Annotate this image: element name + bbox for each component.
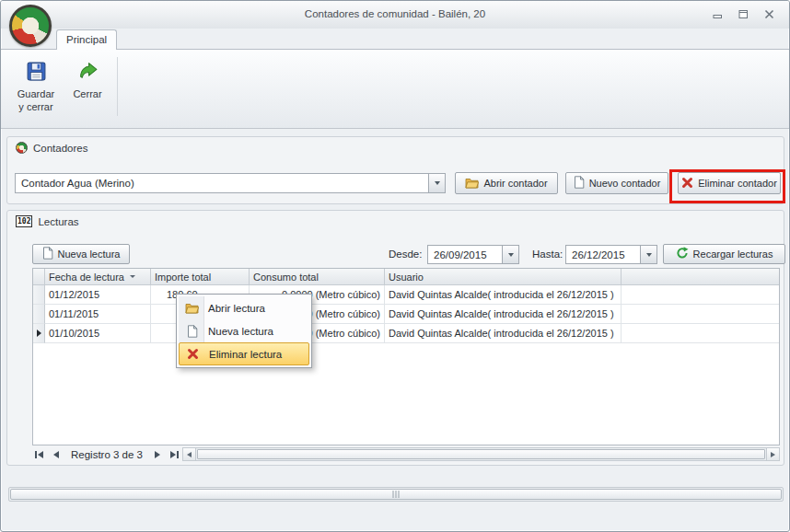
cell-filler (622, 324, 779, 343)
scrollbar-thumb[interactable] (197, 449, 765, 459)
save-icon (26, 61, 47, 84)
restore-button[interactable] (737, 8, 750, 20)
minimize-button[interactable] (711, 8, 725, 20)
hasta-date-value: 26/12/2015 (566, 246, 640, 263)
close-form-label: Cerrar (73, 88, 101, 101)
grid-horizontal-scrollbar[interactable] (182, 447, 780, 461)
chevron-down-icon (435, 181, 440, 185)
meter-icon (16, 142, 28, 154)
window-controls (711, 8, 776, 20)
row-indicator-cell (33, 305, 45, 324)
column-header-consumo[interactable]: Consumo total (250, 269, 385, 285)
new-page-icon (574, 176, 585, 191)
abrir-contador-button[interactable]: Abrir contador (455, 172, 558, 194)
pager-first-button[interactable] (32, 449, 46, 460)
red-x-delete-icon (185, 348, 201, 360)
desde-dropdown-button[interactable] (502, 246, 518, 263)
scrollbar-thumb[interactable] (10, 489, 782, 500)
new-page-icon (184, 325, 200, 338)
menu-item-label: Abrir lectura (208, 303, 265, 314)
contadores-group: Contadores Contador Agua (Merino) Abrir … (6, 136, 784, 204)
pager-previous-button[interactable] (51, 449, 62, 460)
nueva-lectura-button[interactable]: Nueva lectura (32, 244, 130, 264)
grid-pager: Registro 3 de 3 (32, 446, 181, 462)
tab-principal[interactable]: Principal (56, 29, 117, 50)
close-button[interactable] (762, 8, 776, 20)
ribbon-separator (117, 57, 118, 116)
menu-item-label: Eliminar lectura (209, 349, 282, 360)
ribbon-tab-strip: Principal (1, 29, 789, 49)
grid-indicator-header (33, 269, 45, 285)
green-arrow-close-icon (77, 61, 99, 84)
contador-combobox-dropdown-button[interactable] (428, 174, 445, 192)
scroll-left-button[interactable] (183, 448, 196, 460)
refresh-icon (676, 247, 689, 261)
menu-item-nueva-lectura[interactable]: Nueva lectura (179, 319, 309, 342)
cell-fecha: 01/12/2015 (45, 285, 151, 305)
desde-label: Desde: (389, 249, 422, 260)
lecturas-group-header: 102 Lecturas (7, 211, 784, 232)
table-row[interactable]: 01/12/2015 180,60 0,0000 (Metro cúbico) … (33, 285, 779, 305)
context-menu: Abrir lectura Nueva lectura Eliminar lec… (176, 294, 312, 368)
pager-next-button[interactable] (152, 449, 163, 460)
contadores-group-title: Contadores (33, 143, 87, 154)
table-row[interactable]: 01/10/2015 0,0000 (Metro cúbico) David Q… (33, 324, 779, 343)
red-x-delete-icon (681, 177, 693, 191)
column-header-filler (622, 269, 779, 285)
scroll-right-button[interactable] (766, 448, 779, 460)
restore-icon (738, 9, 749, 19)
open-folder-icon (465, 177, 479, 191)
abrir-contador-label: Abrir contador (483, 178, 547, 189)
row-indicator-cell (33, 324, 45, 343)
cell-filler (622, 285, 779, 305)
close-icon (764, 9, 774, 19)
hasta-dropdown-button[interactable] (640, 246, 656, 263)
minimize-icon (713, 9, 723, 19)
counter-badge-icon: 102 (16, 215, 32, 227)
close-form-button[interactable]: Cerrar (65, 54, 110, 125)
app-logo-meter-icon[interactable] (9, 5, 52, 47)
cell-filler (622, 305, 779, 324)
open-folder-icon (184, 302, 200, 314)
nuevo-contador-button[interactable]: Nuevo contador (565, 172, 668, 194)
recargar-lecturas-label: Recargar lecturas (693, 249, 773, 260)
scrollbar-track[interactable] (196, 448, 766, 460)
menu-item-label: Nueva lectura (208, 326, 273, 337)
recargar-lecturas-button[interactable]: Recargar lecturas (663, 244, 785, 264)
table-row[interactable]: 01/11/2015 0,0000 (Metro cúbico) David Q… (33, 305, 779, 324)
lecturas-grid: Fecha de lectura Importe total Consumo t… (32, 268, 780, 445)
contador-combobox[interactable]: Contador Agua (Merino) (15, 173, 446, 193)
pager-last-button[interactable] (168, 449, 181, 460)
save-and-close-label: Guardar y cerrar (17, 88, 54, 114)
cell-fecha: 01/11/2015 (45, 305, 151, 324)
ribbon: Guardar y cerrar Cerrar (1, 49, 789, 129)
column-header-fecha[interactable]: Fecha de lectura (45, 269, 151, 285)
chevron-down-icon (508, 253, 514, 257)
contadores-group-header: Contadores (7, 137, 784, 158)
save-and-close-button[interactable]: Guardar y cerrar (10, 54, 62, 125)
app-window: Contadores de comunidad - Bailén, 20 (0, 0, 790, 532)
nueva-lectura-label: Nueva lectura (58, 249, 121, 260)
cell-fecha: 01/10/2015 (45, 324, 151, 343)
window-title: Contadores de comunidad - Bailén, 20 (130, 8, 660, 19)
menu-item-eliminar-lectura[interactable]: Eliminar lectura (179, 342, 309, 365)
new-page-icon (42, 247, 53, 261)
contador-combobox-value: Contador Agua (Merino) (16, 174, 428, 192)
column-header-importe[interactable]: Importe total (151, 269, 250, 285)
menu-item-abrir-lectura[interactable]: Abrir lectura (179, 296, 309, 319)
cell-usuario: David Quintas Alcalde( introducida el 26… (385, 285, 622, 305)
eliminar-contador-button[interactable]: Eliminar contador (678, 172, 781, 194)
grid-header-row: Fecha de lectura Importe total Consumo t… (33, 269, 779, 285)
arrow-left-icon (187, 452, 192, 457)
column-header-usuario[interactable]: Usuario (385, 269, 622, 285)
title-bar: Contadores de comunidad - Bailén, 20 (1, 1, 789, 29)
chevron-down-icon (646, 253, 652, 257)
row-indicator-cell (33, 285, 45, 305)
desde-date-picker[interactable]: 26/09/2015 (427, 245, 519, 264)
pager-status: Registro 3 de 3 (66, 449, 147, 460)
filter-dropdown-icon[interactable] (130, 275, 135, 278)
window-horizontal-scrollbar[interactable] (8, 487, 784, 502)
cell-usuario: David Quintas Alcalde( introducida el 26… (385, 324, 622, 343)
cell-usuario: David Quintas Alcalde( introducida el 26… (385, 305, 622, 324)
hasta-date-picker[interactable]: 26/12/2015 (565, 245, 657, 264)
